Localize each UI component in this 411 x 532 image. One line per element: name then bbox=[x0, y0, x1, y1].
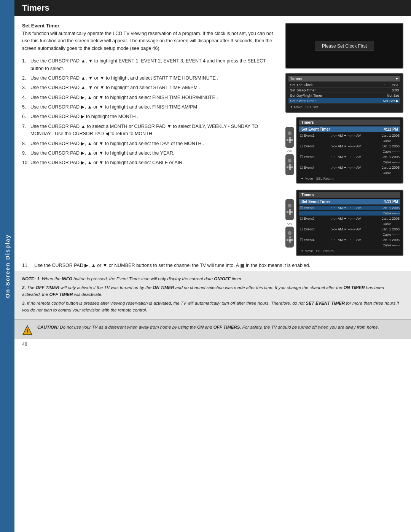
event4-row-2: ☐ Event2 :–:– AM ✦ –:–:– AM Jan. 1 2005 bbox=[299, 216, 400, 221]
step-item: 9.Use the CURSOR PAD ▶, ▲ or ▼ to highli… bbox=[22, 150, 279, 157]
sidebar-label: On-Screen Display bbox=[0, 0, 14, 532]
event-sub-title-3: Set Event Timer 4:11 PM bbox=[299, 126, 400, 132]
screen2-mockup: Timers ▼ Set The Clock – : – – PST Set S… bbox=[285, 73, 403, 113]
remote-btn-3 bbox=[288, 131, 292, 135]
remote-body-4 bbox=[285, 199, 294, 220]
event4-row-2-cable: Cable ------- bbox=[299, 222, 400, 226]
event4-row-1: ☑ Event1 :–:– AM ✦ –:–:– AM Jan. 1 2005 bbox=[299, 206, 400, 210]
step11: 11. Use the CURSOR PAD ▶, ▲ or ▼ or NUMB… bbox=[22, 262, 403, 269]
event-row-4-cable: Cable ------- bbox=[299, 171, 400, 175]
screen4-footer: ✦ Move SEL Return bbox=[299, 248, 400, 254]
step-item: 2.Use the CURSOR PAD ▲, ▼ or ▼ to highli… bbox=[22, 75, 279, 82]
sidebar-text: On-Screen Display bbox=[4, 234, 11, 298]
left-content: Set Event Timer This function will autom… bbox=[22, 23, 279, 258]
note-item-1: NOTE: 1. When the INFO button is pressed… bbox=[22, 276, 403, 283]
event-title-bar-3: Timers bbox=[299, 120, 400, 125]
remote-body-4b bbox=[285, 227, 294, 248]
steps-list: 1.Use the CURSOR PAD ▲, ▼ to highlight E… bbox=[22, 58, 279, 167]
step-item: 3.Use the CURSOR PAD ▲, ▼ or ▼ to highli… bbox=[22, 84, 279, 91]
menu-row-sleep: Set Sleep Timer 0:00 bbox=[288, 88, 400, 93]
event-row-4: ☐ Event4 :–:– AM ✦ –:–:– AM Jan. 1 2005 bbox=[299, 165, 400, 170]
note-item-3: 3. If no remote control button is presse… bbox=[22, 300, 403, 314]
caution-text: CAUTION: Do not use your TV as a deterre… bbox=[37, 324, 379, 331]
caution-section: ! CAUTION: Do not use your TV as a deter… bbox=[14, 320, 411, 339]
event-row-3: ☐ Event3 :–:– AM ✦ –:–:– AM Jan. 1 2005 bbox=[299, 155, 400, 159]
title-text: Timers bbox=[22, 3, 49, 13]
menu-footer: ✦ Move SEL Set bbox=[288, 104, 400, 110]
checkbox-icon bbox=[241, 264, 244, 268]
step-item: 6.Use the CURSOR PAD ▶ to highlight the … bbox=[22, 113, 279, 120]
section-heading: Set Event Timer bbox=[22, 23, 279, 29]
remote-dpad-4b bbox=[287, 236, 293, 243]
menu-row-daynight: Set Day/Night Timer Not Set bbox=[288, 93, 400, 98]
screen3-content: Timers Set Event Timer 4:11 PM ☐ Event1 … bbox=[297, 118, 403, 183]
or-label-4: OR bbox=[287, 222, 292, 225]
remote-dpad-3b bbox=[287, 164, 293, 170]
screen1-mockup: Please Set Clock First bbox=[285, 23, 403, 69]
event-row-1-cable: Cable ------- bbox=[299, 139, 400, 143]
remote-btn-4b bbox=[288, 231, 292, 235]
event-row-2-cable: Cable ------- bbox=[299, 149, 400, 154]
page-number: 48 bbox=[14, 339, 411, 349]
menu-title: Timers bbox=[290, 77, 303, 81]
event4-row-1-cable: Cable ------- bbox=[299, 211, 400, 216]
page-title: Timers bbox=[14, 0, 411, 16]
remote-btn-3b bbox=[288, 159, 292, 163]
event4-row-3: ☐ Event3 :–:– AM ✦ –:–:– AM Jan. 1 2005 bbox=[299, 227, 400, 232]
screen4-mockup: Timers Set Event Timer 4:11 PM ☑ Event1 … bbox=[296, 190, 403, 256]
step-item: 5.Use the CURSOR PAD ▶, ▲ or ▼ to highli… bbox=[22, 104, 279, 111]
event-row-2: ☐ Event2 :–:– AM ✦ –:–:– AM Jan. 1 2005 bbox=[299, 144, 400, 149]
svg-text:!: ! bbox=[27, 328, 29, 334]
clock-message: Please Set Clock First bbox=[322, 43, 367, 49]
screen3-mockup: Timers Set Event Timer 4:11 PM ☐ Event1 … bbox=[296, 117, 403, 184]
event-row-3-cable: Cable ------- bbox=[299, 160, 400, 165]
event-sub-title-4: Set Event Timer 4:11 PM bbox=[299, 199, 400, 204]
remote-body-3b bbox=[285, 154, 294, 175]
step-item: 4.Use the CURSOR PAD ▶, ▲ or ▼ to highli… bbox=[22, 94, 279, 101]
caution-icon: ! bbox=[22, 325, 33, 335]
remote-dpad-4 bbox=[287, 209, 293, 215]
event4-row-3-cable: Cable ------- bbox=[299, 232, 400, 237]
note-item-2: 2. The OFF TIMER will only activate if t… bbox=[22, 284, 403, 298]
event-row-1: ☐ Event1 :–:– AM ✦ –:–:– AM Jan. 1 2005 bbox=[299, 133, 400, 138]
remote-icon-4: OR bbox=[285, 199, 294, 248]
screen4-content: Timers Set Event Timer 4:11 PM ☑ Event1 … bbox=[297, 190, 403, 255]
step-item: 1.Use the CURSOR PAD ▲, ▼ to highlight E… bbox=[22, 58, 279, 72]
remote-body-3 bbox=[285, 127, 294, 148]
step-item: 10.Use the CURSOR PAD ▶, ▲ or ▼ to highl… bbox=[22, 159, 279, 166]
menu-title-bar: Timers ▼ bbox=[288, 76, 400, 81]
screen4-container: OR Timers bbox=[285, 190, 403, 257]
screen1-inner: Please Set Clock First bbox=[315, 41, 374, 51]
screen3-container: OR Timers bbox=[285, 117, 403, 184]
remote-dpad-3 bbox=[287, 137, 293, 143]
remote-btn-4 bbox=[288, 204, 292, 208]
step11-container: 11. Use the CURSOR PAD ▶, ▲ or ▼ or NUMB… bbox=[14, 262, 411, 269]
step-item: 7.Use the CURSOR PAD ▲ to select a MONTH… bbox=[22, 123, 279, 138]
right-screens: Please Set Clock First Timers ▼ Set The … bbox=[285, 23, 403, 258]
or-label: OR bbox=[287, 150, 292, 153]
event4-row-4-cable: Cable ------- bbox=[299, 243, 400, 248]
event-title-bar-4: Timers bbox=[299, 192, 400, 198]
menu-arrow: ▼ bbox=[395, 77, 399, 81]
note-section: NOTE: 1. When the INFO button is pressed… bbox=[14, 272, 411, 320]
menu-row-event: Set Event Timer Not Set ▶ bbox=[288, 98, 400, 104]
event4-row-4: ☐ Event4 :–:– AM ✦ –:–:– AM Jan. 1 2005 bbox=[299, 238, 400, 242]
step-item: 8.Use the CURSOR PAD ▶, ▲ or ▼ to highli… bbox=[22, 140, 279, 147]
intro-paragraph: This function will automatically operate… bbox=[22, 30, 279, 52]
remote-icon-3: OR bbox=[285, 127, 294, 175]
menu-row-clock: Set The Clock – : – – PST bbox=[288, 82, 400, 88]
screen3-footer: ✦ Move SEL Return bbox=[299, 176, 400, 181]
screen2-content: Timers ▼ Set The Clock – : – – PST Set S… bbox=[286, 74, 403, 112]
